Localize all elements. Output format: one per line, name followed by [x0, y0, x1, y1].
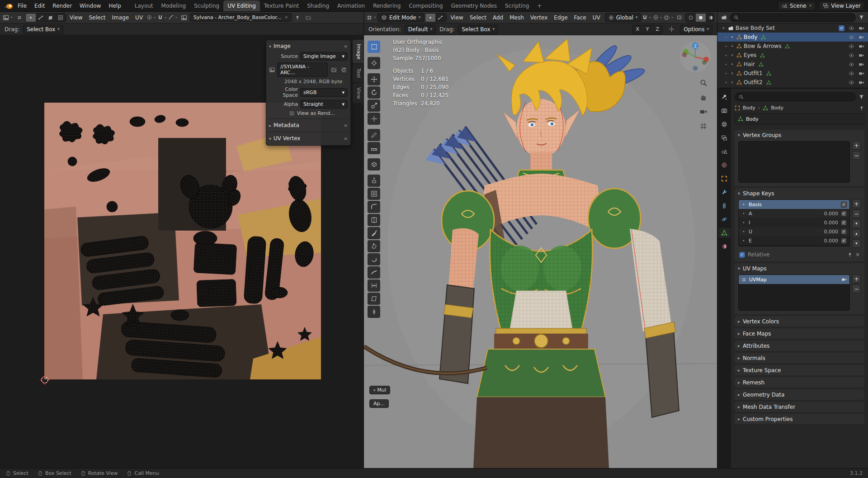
- multires-hud-button[interactable]: ▾ Mul: [369, 386, 390, 394]
- vertex-colors-header[interactable]: ▸Vertex Colors: [735, 316, 864, 327]
- axis-y-button[interactable]: Y: [642, 25, 652, 33]
- properties-search[interactable]: [735, 92, 856, 101]
- add-vertex-group-button[interactable]: +: [852, 141, 861, 150]
- panel-collapsed-icon[interactable]: ▸: [738, 416, 740, 421]
- pan-hand-icon[interactable]: [699, 93, 708, 101]
- menu-render[interactable]: Render: [49, 1, 75, 11]
- xray-toggle[interactable]: [675, 13, 684, 22]
- object-name[interactable]: Hair: [744, 61, 755, 67]
- select-box-tool[interactable]: [368, 41, 380, 53]
- tab-particles[interactable]: [718, 201, 731, 211]
- filter-icon[interactable]: [859, 14, 864, 20]
- active-render-camera-icon[interactable]: [841, 277, 847, 282]
- relative-checkbox[interactable]: ✓: [739, 252, 745, 258]
- scale-tool[interactable]: [368, 99, 380, 112]
- camera-restrict-icon[interactable]: [859, 62, 864, 67]
- disclosure-triangle-icon[interactable]: [730, 44, 735, 48]
- view-layer-selector[interactable]: View Layer: [819, 1, 864, 10]
- object-name[interactable]: Outfit1: [744, 70, 763, 76]
- geometry-data-header[interactable]: ▸Geometry Data: [735, 389, 864, 400]
- outliner-item-outfit2[interactable]: • Outfit2: [717, 78, 868, 87]
- workspace-tab-animation[interactable]: Animation: [333, 0, 369, 11]
- uv-island-select-button[interactable]: [56, 14, 66, 22]
- axis-z-button[interactable]: Z: [652, 25, 662, 33]
- tab-output[interactable]: [718, 119, 731, 129]
- drag-grip-icon[interactable]: ≡: [344, 123, 348, 128]
- tab-modifiers[interactable]: [718, 187, 731, 197]
- custom-properties-header[interactable]: ▸Custom Properties: [735, 414, 864, 424]
- open-image-button[interactable]: [330, 66, 338, 74]
- menu-edit[interactable]: Edit: [31, 1, 48, 11]
- vp-drag-dropdown[interactable]: Select Box ▾: [458, 25, 498, 34]
- vp-menu-face[interactable]: Face: [571, 13, 589, 23]
- uv-proportional-button[interactable]: [168, 13, 178, 22]
- workspace-tab-layout[interactable]: Layout: [131, 0, 157, 11]
- uv-vertex-select-button[interactable]: [26, 14, 36, 22]
- panel-expand-icon[interactable]: ▾: [738, 266, 740, 271]
- shape-key-mute-checkbox[interactable]: ✓: [841, 220, 847, 226]
- workspace-tab-rendering[interactable]: Rendering: [369, 0, 405, 11]
- viewport-editor-type-button[interactable]: [367, 13, 377, 22]
- properties-search-input[interactable]: [746, 94, 852, 100]
- breadcrumb-data[interactable]: Body: [771, 105, 783, 111]
- outliner-item-hair[interactable]: • Hair: [717, 60, 868, 69]
- scene-selector[interactable]: Scene ×: [778, 1, 816, 10]
- metadata-panel-header[interactable]: ▸ Metadata ≡: [269, 121, 348, 129]
- panel-collapsed-icon[interactable]: ▸: [269, 123, 271, 128]
- add-shape-key-button[interactable]: +: [852, 199, 861, 208]
- collection-checkbox[interactable]: ✓: [839, 25, 844, 31]
- drag-grip-icon[interactable]: ≡: [344, 44, 348, 49]
- uv-menu-uv[interactable]: UV: [132, 13, 146, 23]
- shape-key-row-i[interactable]: I 0.000 ✓: [739, 218, 849, 227]
- shape-key-mute-checkbox[interactable]: ✓: [841, 202, 847, 208]
- uv-snap-button[interactable]: [157, 13, 167, 22]
- shape-key-mute-checkbox[interactable]: ✓: [841, 229, 847, 235]
- inset-faces-tool[interactable]: [368, 188, 380, 200]
- remove-uv-map-button[interactable]: −: [852, 284, 861, 293]
- measure-tool[interactable]: [368, 142, 380, 154]
- workspace-tab-compositing[interactable]: Compositing: [405, 0, 447, 11]
- tab-view-layer[interactable]: [718, 133, 731, 143]
- material-shading-button[interactable]: [706, 14, 714, 22]
- panel-expand-icon[interactable]: ▾: [269, 44, 271, 49]
- vertex-groups-list[interactable]: [738, 141, 850, 183]
- panel-collapsed-icon[interactable]: ▸: [738, 343, 740, 348]
- loop-cut-tool[interactable]: [368, 214, 380, 226]
- workspace-tab-sculpting[interactable]: Sculpting: [190, 0, 223, 11]
- camera-restrict-icon[interactable]: [859, 80, 864, 85]
- uv-maps-header[interactable]: ▾ UV Maps: [735, 263, 864, 274]
- menu-file[interactable]: File: [14, 1, 30, 11]
- spin-tool[interactable]: [368, 253, 380, 265]
- outliner-item-eyes[interactable]: • Eyes: [717, 51, 868, 60]
- panel-collapsed-icon[interactable]: ▸: [738, 380, 740, 385]
- object-name[interactable]: Outfit2: [744, 79, 763, 85]
- workspace-tab-modeling[interactable]: Modeling: [157, 0, 190, 11]
- tab-scene[interactable]: [718, 147, 731, 156]
- object-name[interactable]: Bow & Arrows: [744, 43, 781, 49]
- camera-restrict-icon[interactable]: [859, 34, 864, 40]
- vp-menu-mesh[interactable]: Mesh: [507, 13, 527, 23]
- remove-vertex-group-button[interactable]: −: [852, 151, 861, 160]
- transform-tool[interactable]: [368, 113, 380, 125]
- mesh-data-transfer-header[interactable]: ▸Mesh Data Transfer: [735, 402, 864, 412]
- disclosure-triangle-icon[interactable]: [730, 53, 735, 57]
- filter-icon[interactable]: [859, 94, 864, 100]
- move-tool[interactable]: [368, 73, 380, 85]
- axis-x-button[interactable]: X: [632, 25, 642, 33]
- wireframe-shading-button[interactable]: [686, 14, 696, 22]
- uv-menu-view[interactable]: View: [67, 13, 85, 23]
- attributes-header[interactable]: ▸Attributes: [735, 341, 864, 351]
- remove-shape-key-button[interactable]: −: [852, 209, 861, 218]
- pin-icon[interactable]: [859, 105, 864, 111]
- panel-expand-icon[interactable]: ▾: [269, 136, 271, 141]
- image-unlink-icon[interactable]: ×: [285, 15, 288, 19]
- image-pin-button[interactable]: [292, 13, 302, 22]
- face-select-button[interactable]: [445, 14, 447, 22]
- outliner-display-mode-icon[interactable]: [721, 14, 727, 20]
- uv-tab-view[interactable]: View: [353, 83, 363, 103]
- view-as-render-checkbox[interactable]: [289, 110, 295, 116]
- knife-tool[interactable]: [368, 227, 380, 239]
- camera-view-icon[interactable]: [699, 108, 708, 116]
- add-cube-tool[interactable]: [368, 158, 380, 170]
- eye-icon[interactable]: [849, 62, 854, 67]
